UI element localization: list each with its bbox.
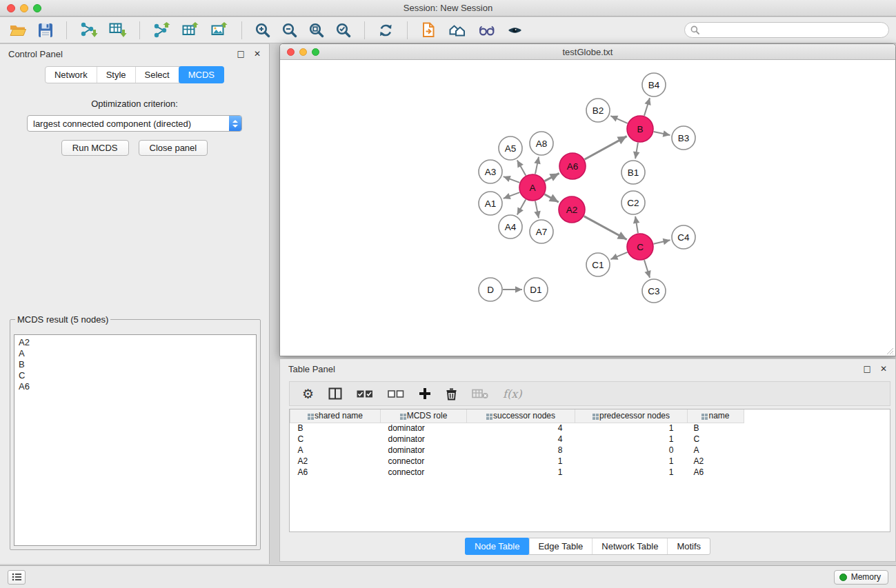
table-cell[interactable]: 1 (467, 467, 575, 478)
show-panels-list-button[interactable] (8, 570, 26, 585)
close-network-window-button[interactable] (287, 48, 295, 56)
node-C4[interactable]: C4 (672, 225, 695, 249)
import-table-button[interactable] (106, 20, 129, 40)
node-B4[interactable]: B4 (642, 73, 666, 97)
node-B2[interactable]: B2 (586, 99, 610, 122)
node-A2[interactable]: A2 (559, 196, 585, 223)
edge-C-C2[interactable] (635, 216, 638, 233)
edge-A-A8[interactable] (535, 157, 539, 174)
edge-A6-B[interactable] (585, 136, 627, 160)
export-table-button[interactable] (179, 20, 202, 40)
result-item[interactable]: A2 (19, 337, 252, 348)
edge-A2-C[interactable] (584, 216, 627, 240)
result-item[interactable]: C (19, 370, 252, 381)
optimization-criterion-select[interactable]: largest connected component (directed) (27, 115, 242, 132)
table-row[interactable]: A2connector11A2 (290, 456, 744, 467)
table-cell[interactable]: C (688, 434, 744, 445)
table-cell[interactable]: A6 (688, 467, 744, 478)
table-cell[interactable]: 4 (467, 423, 575, 434)
tab-select[interactable]: Select (136, 67, 179, 83)
result-item[interactable]: A6 (19, 381, 252, 392)
tab-motifs[interactable]: Motifs (668, 538, 710, 554)
node-A[interactable]: A (519, 174, 546, 201)
table-cell[interactable]: A2 (688, 456, 744, 467)
table-cell[interactable]: 1 (575, 434, 688, 445)
global-search-input[interactable] (703, 26, 883, 35)
table-cell[interactable]: B (290, 423, 381, 434)
table-cell[interactable]: B (688, 423, 744, 434)
node-D1[interactable]: D1 (524, 278, 548, 301)
close-panel-icon[interactable]: ✕ (254, 50, 261, 58)
node-D[interactable]: D (479, 278, 502, 301)
close-window-button[interactable] (7, 4, 15, 12)
zoom-network-window-button[interactable] (312, 48, 319, 56)
tab-mcds[interactable]: MCDS (179, 66, 224, 83)
table-cell[interactable]: dominator (381, 445, 467, 456)
node-B[interactable]: B (627, 116, 653, 142)
result-item[interactable]: A (19, 348, 252, 359)
memory-button[interactable]: Memory (834, 570, 888, 585)
table-row[interactable]: Bdominator41B (290, 423, 744, 434)
edge-B-B4[interactable] (644, 98, 650, 116)
node-A1[interactable]: A1 (479, 192, 502, 215)
delete-column-button[interactable] (446, 387, 457, 401)
node-A6[interactable]: A6 (559, 153, 586, 179)
style-glasses-button[interactable] (475, 21, 498, 40)
close-panel-button[interactable]: Close panel (139, 140, 208, 156)
tab-edge-table[interactable]: Edge Table (529, 538, 593, 554)
table-cell[interactable]: C (290, 434, 381, 445)
node-B3[interactable]: B3 (672, 126, 695, 150)
zoom-window-button[interactable] (33, 4, 41, 12)
node-A5[interactable]: A5 (499, 136, 522, 160)
result-item[interactable]: B (19, 359, 252, 370)
minimize-network-window-button[interactable] (299, 48, 307, 56)
node-C1[interactable]: C1 (586, 253, 610, 276)
table-cell[interactable]: connector (381, 456, 467, 467)
network-canvas[interactable]: B4B2BB3A5A8A6B1A3AC2A1A2A4A7C4CC1C3DD1 (281, 61, 895, 356)
node-A4[interactable]: A4 (499, 215, 522, 239)
edge-A-A3[interactable] (504, 176, 520, 183)
table-cell[interactable]: A (688, 445, 744, 456)
edge-A-A2[interactable] (544, 194, 558, 202)
table-cell[interactable]: 8 (467, 445, 575, 456)
edge-A-A5[interactable] (517, 160, 526, 175)
zoom-fit-button[interactable] (306, 21, 327, 40)
node-C2[interactable]: C2 (621, 191, 645, 214)
node-B1[interactable]: B1 (621, 161, 645, 184)
table-cell[interactable]: dominator (381, 423, 467, 434)
float-panel-icon[interactable]: □ (237, 50, 245, 58)
resize-grip-icon[interactable] (886, 347, 894, 355)
zoom-out-button[interactable] (279, 21, 300, 40)
minimize-window-button[interactable] (20, 4, 28, 12)
add-column-button[interactable] (419, 387, 431, 400)
table-cell[interactable]: A2 (290, 456, 381, 467)
edge-A-A4[interactable] (517, 199, 526, 214)
table-cell[interactable]: A6 (290, 467, 381, 478)
node-C[interactable]: C (627, 234, 653, 260)
export-image-button[interactable] (208, 20, 231, 40)
edge-C-C4[interactable] (654, 240, 670, 243)
table-cell[interactable]: 0 (575, 445, 688, 456)
split-panel-button[interactable] (328, 387, 342, 400)
edge-A-A1[interactable] (504, 192, 520, 199)
export-network-button[interactable] (150, 20, 173, 40)
column-header-successor-nodes[interactable]: successor nodes (467, 409, 575, 423)
edge-B-B1[interactable] (635, 143, 638, 159)
deselect-all-columns-button[interactable] (388, 389, 404, 398)
table-settings-button[interactable]: ⚙ (302, 387, 314, 401)
table-cell[interactable]: 1 (467, 456, 575, 467)
table-cell[interactable]: dominator (381, 434, 467, 445)
node-A7[interactable]: A7 (530, 220, 553, 243)
edge-C-C1[interactable] (610, 252, 627, 259)
column-header-predecessor-nodes[interactable]: predecessor nodes (575, 409, 688, 423)
node-A3[interactable]: A3 (479, 160, 502, 183)
zoom-selected-button[interactable] (333, 21, 354, 40)
tab-network[interactable]: Network (46, 67, 97, 83)
import-network-button[interactable] (77, 20, 100, 40)
export-document-button[interactable] (418, 20, 439, 40)
table-row[interactable]: A6connector11A6 (290, 467, 744, 478)
select-all-columns-button[interactable] (357, 389, 373, 398)
open-file-button[interactable] (7, 21, 29, 39)
table-cell[interactable]: 1 (575, 456, 688, 467)
tab-node-table[interactable]: Node Table (465, 538, 530, 555)
